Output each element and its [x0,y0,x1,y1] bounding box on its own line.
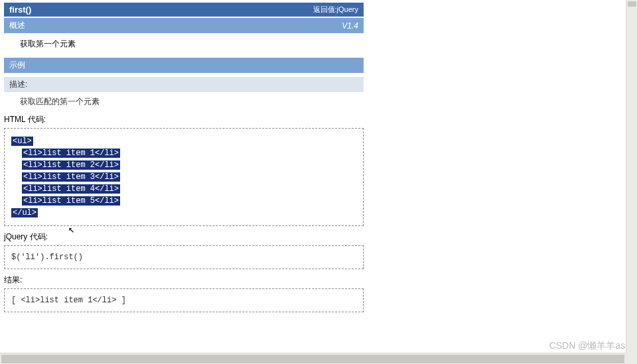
return-value: 返回值:jQuery [313,5,358,15]
horizontal-scroll-thumb[interactable] [1,355,624,363]
jquery-code-label: jQuery 代码: [4,231,364,243]
result-label: 结果: [4,274,364,286]
scroll-corner [626,353,637,364]
code-line: <ul> [11,135,356,147]
desc-text: 获取匹配的第一个元素 [4,92,364,111]
example-header: 示例 [4,58,364,73]
html-code-label: HTML 代码: [4,114,364,125]
code-line: <li>list item 4</li> [22,183,356,195]
code-line: <li>list item 5</li> [22,195,356,207]
doc-content: first() 返回值:jQuery 概述 V1.4 获取第一个元素 示例 描述… [0,0,368,320]
horizontal-scrollbar[interactable] [0,353,637,364]
code-line: $('li').first() [11,251,356,263]
code-line: <li>list item 2</li> [22,159,356,171]
desc-label: 描述: [4,77,364,92]
method-title: first() [9,5,31,15]
watermark-text: CSDN @懒羊羊asd [549,340,630,352]
overview-header: 概述 V1.4 [4,18,364,33]
method-description: 获取第一个元素 [4,33,364,55]
result-code-box: [ <li>list item 1</li> ] [4,288,364,312]
method-header: first() 返回值:jQuery [4,3,364,17]
version-label: V1.4 [342,21,358,30]
code-line: [ <li>list item 1</li> ] [11,294,356,306]
code-line: <li>list item 1</li> [22,147,356,159]
vertical-scrollbar[interactable] [626,0,637,353]
code-line: </ul> [11,207,356,219]
overview-label: 概述 [9,20,25,31]
html-code-box: <ul> <li>list item 1</li> <li>list item … [4,128,364,226]
code-line: <li>list item 3</li> [22,171,356,183]
jquery-code-box: $('li').first() [4,245,364,269]
vertical-scroll-thumb[interactable] [628,1,636,7]
